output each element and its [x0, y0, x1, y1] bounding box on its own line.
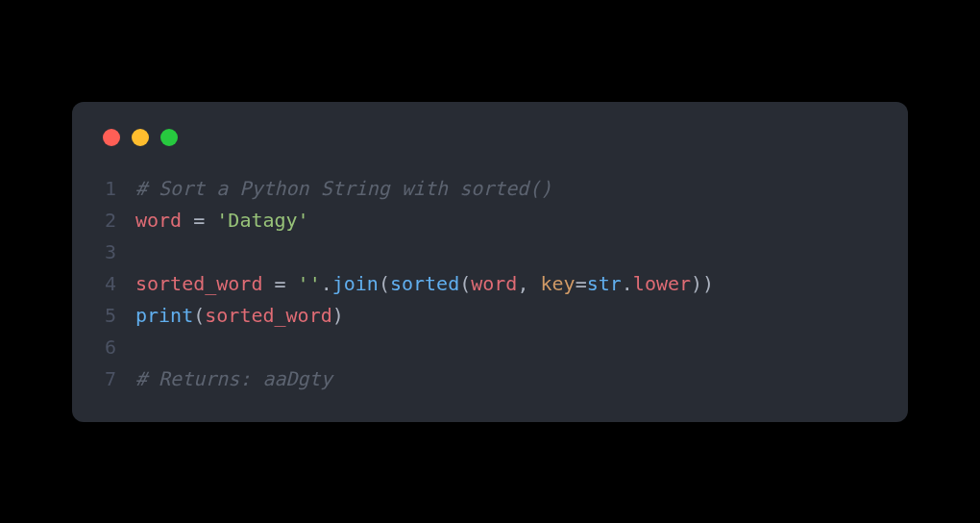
line-number: 5	[99, 300, 135, 332]
token-string: 'Datagy'	[216, 209, 308, 232]
minimize-icon[interactable]	[132, 129, 149, 146]
token-op: =	[275, 272, 286, 295]
token-plain: .	[321, 272, 332, 295]
close-icon[interactable]	[103, 129, 120, 146]
line-number: 3	[99, 237, 135, 268]
token-attr: lower	[633, 272, 691, 295]
line-number: 2	[99, 205, 135, 237]
line-content: # Returns: aaDgty	[135, 363, 332, 395]
code-line: 2word = 'Datagy'	[99, 205, 881, 237]
token-ident: word	[135, 209, 182, 232]
token-string: ''	[298, 272, 321, 295]
line-number: 4	[99, 268, 135, 300]
maximize-icon[interactable]	[160, 129, 178, 146]
line-content	[135, 237, 147, 268]
line-content: # Sort a Python String with sorted()	[135, 173, 551, 205]
token-builtin: print	[135, 304, 193, 327]
code-window: 1# Sort a Python String with sorted()2wo…	[72, 102, 908, 422]
code-line: 1# Sort a Python String with sorted()	[99, 173, 881, 205]
token-ident: sorted_word	[205, 304, 331, 327]
line-number: 7	[99, 363, 135, 395]
code-line: 7# Returns: aaDgty	[99, 363, 881, 395]
line-content	[135, 332, 147, 363]
token-plain: ,	[517, 272, 540, 295]
token-plain: ))	[691, 272, 714, 295]
line-content: print(sorted_word)	[135, 300, 344, 332]
line-number: 6	[99, 332, 135, 363]
token-plain: (	[379, 272, 390, 295]
token-param: key	[541, 272, 576, 295]
code-line: 6	[99, 332, 881, 363]
line-content: word = 'Datagy'	[135, 205, 309, 237]
window-titlebar	[99, 129, 881, 146]
code-block: 1# Sort a Python String with sorted()2wo…	[99, 173, 881, 395]
token-plain: .	[622, 272, 633, 295]
code-line: 3	[99, 237, 881, 268]
token-plain: (	[193, 304, 205, 327]
token-ident: sorted_word	[135, 272, 262, 295]
token-op: =	[576, 272, 587, 295]
code-line: 5print(sorted_word)	[99, 300, 881, 332]
token-comment: # Returns: aaDgty	[135, 367, 332, 390]
token-builtin: str	[587, 272, 622, 295]
code-line: 4sorted_word = ''.join(sorted(word, key=…	[99, 268, 881, 300]
token-plain	[205, 209, 216, 232]
line-content: sorted_word = ''.join(sorted(word, key=s…	[135, 268, 714, 300]
token-method: join	[332, 272, 379, 295]
token-plain	[182, 209, 193, 232]
token-ident: word	[471, 272, 517, 295]
token-builtin: sorted	[390, 272, 459, 295]
token-op: =	[193, 209, 205, 232]
token-comment: # Sort a Python String with sorted()	[135, 177, 551, 200]
token-plain	[262, 272, 274, 295]
token-plain: (	[459, 272, 471, 295]
line-number: 1	[99, 173, 135, 205]
token-plain	[286, 272, 298, 295]
token-plain: )	[332, 304, 344, 327]
